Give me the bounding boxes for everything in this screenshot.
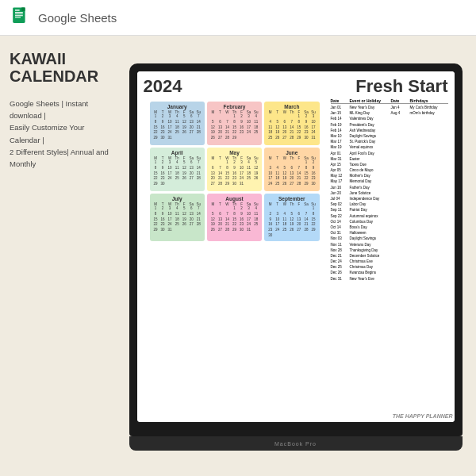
- date-row: 2728293031: [209, 182, 259, 187]
- date-cell: 19: [209, 130, 217, 136]
- date-cell: 27: [188, 176, 195, 182]
- date-cell: 12: [209, 125, 217, 131]
- fresh-start-title: Fresh Start: [355, 76, 447, 97]
- birthday-date: [391, 202, 407, 207]
- date-cell: 18: [274, 176, 281, 182]
- date-row: 9101112131415: [267, 217, 317, 223]
- month-block-january: JanuaryMTWThFSaSu12345678910111213141516…: [150, 102, 205, 145]
- date-row: 13141516171819: [209, 171, 259, 177]
- holiday-event: Daylight Savings: [350, 133, 388, 139]
- date-row: 16171819202122: [267, 222, 317, 228]
- svg-rect-4: [15, 15, 23, 16]
- date-cell: 31: [309, 136, 317, 141]
- date-cell: 22: [302, 176, 309, 182]
- date-cell: 13: [188, 120, 195, 125]
- month-name-september: September: [267, 196, 317, 202]
- holiday-row: Dec 24Christmas Eve: [331, 259, 448, 264]
- date-row: 19202122232425: [209, 130, 259, 136]
- date-cell: 27: [209, 182, 217, 187]
- date-cell: 22: [224, 176, 231, 182]
- date-cell: 13: [188, 166, 195, 171]
- date-cell: 12: [181, 166, 188, 171]
- holiday-event: Father's Day: [350, 185, 388, 190]
- date-cell: 4: [174, 160, 181, 166]
- date-cell: 14: [224, 217, 231, 223]
- date-cell: [224, 114, 231, 120]
- date-cell: 27: [188, 222, 195, 228]
- date-cell: 15: [295, 125, 302, 131]
- date-cell: [195, 182, 202, 187]
- birthday-name: My Cat's Birthday: [410, 105, 448, 110]
- calendars-grid: JanuaryMTWThFSaSu12345678910111213141516…: [144, 98, 326, 244]
- holiday-event: Thanksgiving Day: [350, 248, 388, 253]
- date-cell: 16: [231, 171, 238, 177]
- date-cell: 19: [274, 130, 281, 136]
- birthday-name: [410, 270, 448, 275]
- holiday-row: Apr 05Cinco de Mayo: [331, 167, 448, 173]
- right-panel: 2024 Fresh Start JanuaryMTWThFSaSu123456…: [123, 36, 476, 476]
- date-cell: 18: [174, 125, 181, 131]
- date-cell: 21: [295, 176, 302, 182]
- date-cell: 1: [309, 206, 317, 212]
- date-cell: [281, 233, 288, 239]
- date-row: 25262728293031: [267, 136, 317, 141]
- date-cell: [252, 136, 259, 141]
- date-cell: 26: [209, 136, 217, 141]
- birthday-name: [410, 276, 448, 282]
- holiday-row: Dec 31New Year's Eve: [331, 276, 448, 282]
- holiday-date: Sep 02: [331, 202, 347, 207]
- holiday-event: New Year's Eve: [350, 276, 388, 282]
- date-cell: [252, 182, 259, 187]
- birthday-name: [410, 259, 448, 264]
- date-cell: 13: [188, 212, 195, 217]
- date-cell: [274, 160, 281, 166]
- date-cell: [274, 114, 281, 120]
- date-cell: [295, 160, 302, 166]
- date-cell: 28: [217, 182, 224, 187]
- date-cell: 28: [195, 222, 202, 228]
- date-cell: 17: [309, 125, 317, 131]
- date-cell: 20: [209, 176, 217, 182]
- birthday-date: [391, 116, 407, 121]
- date-row: 2930: [152, 182, 202, 187]
- holiday-date: Jun 20: [331, 190, 347, 196]
- date-cell: 28: [224, 136, 231, 141]
- svg-rect-1: [15, 10, 20, 10]
- date-row: 2345678: [267, 212, 317, 217]
- date-cell: 18: [174, 171, 181, 177]
- date-cell: 17: [167, 171, 174, 177]
- date-cell: 2: [159, 206, 167, 212]
- date-cell: 8: [295, 120, 302, 125]
- month-block-june: JuneMTWThFSaSu12345678910111213141516171…: [264, 148, 319, 191]
- date-cell: 2: [159, 114, 167, 120]
- date-cell: 10: [238, 166, 245, 171]
- date-cell: 18: [267, 130, 274, 136]
- date-row: 15161718192021: [152, 125, 202, 131]
- date-cell: [181, 182, 188, 187]
- date-cell: 7: [288, 120, 295, 125]
- date-cell: 13: [217, 125, 224, 131]
- date-row: 24252627282930: [267, 182, 317, 187]
- date-cell: [217, 206, 224, 212]
- date-row: 262728293031: [209, 228, 259, 233]
- date-cell: 7: [195, 160, 202, 166]
- month-name-january: January: [152, 104, 202, 109]
- date-cell: 28: [295, 182, 302, 187]
- holiday-row: Mar 17St. Patrick's Day: [331, 139, 448, 144]
- date-cell: [195, 228, 202, 233]
- date-cell: 5: [181, 160, 188, 166]
- holiday-event: Labor Day: [350, 202, 388, 207]
- date-cell: [174, 228, 181, 233]
- holiday-row: Dec 21December Solstice: [331, 253, 448, 259]
- birthday-date: [391, 190, 407, 196]
- date-row: 3456789: [267, 166, 317, 171]
- date-cell: 5: [181, 206, 188, 212]
- date-row: 1234567: [152, 206, 202, 212]
- date-cell: [209, 114, 217, 120]
- date-cell: [281, 114, 288, 120]
- date-cell: 31: [238, 182, 245, 187]
- holiday-row: Jun 16Father's Day: [331, 185, 448, 190]
- date-cell: 12: [281, 171, 288, 177]
- date-cell: 11: [267, 125, 274, 131]
- svg-rect-3: [15, 13, 23, 14]
